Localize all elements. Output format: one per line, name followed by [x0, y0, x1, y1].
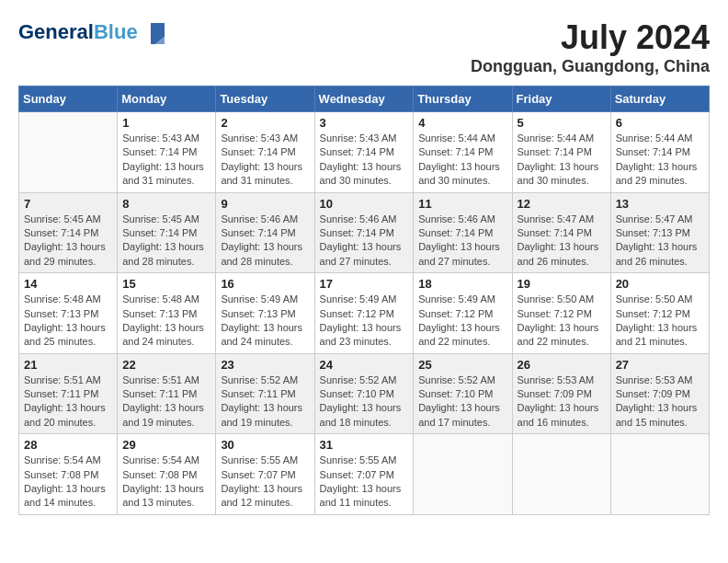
day-number: 7 [24, 197, 112, 211]
calendar-week-row: 7Sunrise: 5:45 AM Sunset: 7:14 PM Daylig… [19, 192, 710, 273]
day-info: Sunrise: 5:45 AM Sunset: 7:14 PM Dayligh… [24, 213, 112, 270]
day-info: Sunrise: 5:49 AM Sunset: 7:12 PM Dayligh… [320, 293, 409, 350]
table-row: 24Sunrise: 5:52 AM Sunset: 7:10 PM Dayli… [314, 353, 414, 434]
table-row: 3Sunrise: 5:43 AM Sunset: 7:14 PM Daylig… [314, 112, 414, 193]
calendar-header-row: Sunday Monday Tuesday Wednesday Thursday… [19, 86, 710, 112]
day-info: Sunrise: 5:43 AM Sunset: 7:14 PM Dayligh… [221, 132, 309, 189]
header: GeneralBlue July 2024 Dongguan, Guangdon… [18, 18, 710, 76]
table-row: 19Sunrise: 5:50 AM Sunset: 7:12 PM Dayli… [512, 273, 610, 354]
day-number: 19 [518, 277, 606, 291]
table-row: 16Sunrise: 5:49 AM Sunset: 7:13 PM Dayli… [216, 273, 314, 354]
day-info: Sunrise: 5:52 AM Sunset: 7:10 PM Dayligh… [418, 373, 506, 431]
day-info: Sunrise: 5:50 AM Sunset: 7:12 PM Dayligh… [616, 293, 704, 350]
table-row: 27Sunrise: 5:53 AM Sunset: 7:09 PM Dayli… [610, 353, 709, 434]
day-info: Sunrise: 5:46 AM Sunset: 7:14 PM Dayligh… [221, 213, 309, 270]
table-row: 9Sunrise: 5:46 AM Sunset: 7:14 PM Daylig… [216, 192, 314, 273]
day-number: 18 [418, 277, 506, 291]
col-monday: Monday [118, 86, 216, 112]
day-number: 25 [418, 358, 506, 372]
day-number: 28 [24, 438, 112, 452]
col-tuesday: Tuesday [216, 86, 314, 112]
col-wednesday: Wednesday [314, 86, 414, 112]
table-row: 13Sunrise: 5:47 AM Sunset: 7:13 PM Dayli… [610, 192, 709, 273]
col-friday: Friday [512, 86, 610, 112]
day-number: 12 [518, 197, 606, 211]
day-info: Sunrise: 5:51 AM Sunset: 7:11 PM Dayligh… [122, 373, 210, 431]
table-row: 5Sunrise: 5:44 AM Sunset: 7:14 PM Daylig… [512, 112, 610, 193]
table-row [610, 434, 709, 515]
day-number: 23 [221, 358, 309, 372]
day-number: 14 [24, 277, 112, 291]
day-info: Sunrise: 5:54 AM Sunset: 7:08 PM Dayligh… [122, 454, 210, 511]
table-row: 17Sunrise: 5:49 AM Sunset: 7:12 PM Dayli… [314, 273, 414, 354]
day-number: 4 [418, 116, 506, 130]
day-number: 8 [122, 197, 210, 211]
calendar-week-row: 21Sunrise: 5:51 AM Sunset: 7:11 PM Dayli… [19, 353, 710, 434]
table-row: 6Sunrise: 5:44 AM Sunset: 7:14 PM Daylig… [610, 112, 709, 193]
day-number: 31 [320, 438, 409, 452]
day-number: 30 [221, 438, 309, 452]
table-row [19, 112, 118, 193]
logo-blue: Blue [94, 20, 138, 43]
location-title: Dongguan, Guangdong, China [471, 57, 710, 76]
table-row: 26Sunrise: 5:53 AM Sunset: 7:09 PM Dayli… [512, 353, 610, 434]
day-info: Sunrise: 5:53 AM Sunset: 7:09 PM Dayligh… [616, 373, 704, 431]
calendar-week-row: 14Sunrise: 5:48 AM Sunset: 7:13 PM Dayli… [19, 273, 710, 354]
table-row: 31Sunrise: 5:55 AM Sunset: 7:07 PM Dayli… [314, 434, 414, 515]
day-number: 15 [122, 277, 210, 291]
day-number: 21 [24, 358, 112, 372]
day-number: 26 [518, 358, 606, 372]
calendar-week-row: 28Sunrise: 5:54 AM Sunset: 7:08 PM Dayli… [19, 434, 710, 515]
day-info: Sunrise: 5:45 AM Sunset: 7:14 PM Dayligh… [122, 213, 210, 270]
day-info: Sunrise: 5:48 AM Sunset: 7:13 PM Dayligh… [122, 293, 210, 350]
table-row: 10Sunrise: 5:46 AM Sunset: 7:14 PM Dayli… [314, 192, 414, 273]
table-row: 8Sunrise: 5:45 AM Sunset: 7:14 PM Daylig… [118, 192, 216, 273]
table-row: 25Sunrise: 5:52 AM Sunset: 7:10 PM Dayli… [414, 353, 512, 434]
day-number: 20 [616, 277, 704, 291]
table-row: 29Sunrise: 5:54 AM Sunset: 7:08 PM Dayli… [118, 434, 216, 515]
table-row: 22Sunrise: 5:51 AM Sunset: 7:11 PM Dayli… [118, 353, 216, 434]
month-title: July 2024 [471, 18, 710, 57]
col-thursday: Thursday [414, 86, 512, 112]
day-number: 17 [320, 277, 409, 291]
table-row: 1Sunrise: 5:43 AM Sunset: 7:14 PM Daylig… [118, 112, 216, 193]
table-row [512, 434, 610, 515]
table-row: 14Sunrise: 5:48 AM Sunset: 7:13 PM Dayli… [19, 273, 118, 354]
calendar-week-row: 1Sunrise: 5:43 AM Sunset: 7:14 PM Daylig… [19, 112, 710, 193]
logo-icon [142, 18, 169, 46]
col-sunday: Sunday [19, 86, 118, 112]
day-info: Sunrise: 5:46 AM Sunset: 7:14 PM Dayligh… [418, 213, 506, 270]
day-number: 22 [122, 358, 210, 372]
day-info: Sunrise: 5:55 AM Sunset: 7:07 PM Dayligh… [320, 454, 409, 511]
table-row: 20Sunrise: 5:50 AM Sunset: 7:12 PM Dayli… [610, 273, 709, 354]
table-row: 15Sunrise: 5:48 AM Sunset: 7:13 PM Dayli… [118, 273, 216, 354]
day-number: 9 [221, 197, 309, 211]
table-row: 2Sunrise: 5:43 AM Sunset: 7:14 PM Daylig… [216, 112, 314, 193]
day-info: Sunrise: 5:49 AM Sunset: 7:12 PM Dayligh… [418, 293, 506, 350]
day-info: Sunrise: 5:44 AM Sunset: 7:14 PM Dayligh… [518, 132, 606, 189]
day-info: Sunrise: 5:43 AM Sunset: 7:14 PM Dayligh… [320, 132, 409, 189]
day-info: Sunrise: 5:52 AM Sunset: 7:10 PM Dayligh… [320, 373, 409, 431]
calendar: Sunday Monday Tuesday Wednesday Thursday… [18, 86, 710, 515]
day-info: Sunrise: 5:53 AM Sunset: 7:09 PM Dayligh… [518, 373, 606, 431]
day-info: Sunrise: 5:44 AM Sunset: 7:14 PM Dayligh… [418, 132, 506, 189]
table-row: 11Sunrise: 5:46 AM Sunset: 7:14 PM Dayli… [414, 192, 512, 273]
day-number: 29 [122, 438, 210, 452]
title-area: July 2024 Dongguan, Guangdong, China [471, 18, 710, 76]
day-number: 13 [616, 197, 704, 211]
day-info: Sunrise: 5:55 AM Sunset: 7:07 PM Dayligh… [221, 454, 309, 511]
day-info: Sunrise: 5:48 AM Sunset: 7:13 PM Dayligh… [24, 293, 112, 350]
day-number: 24 [320, 358, 409, 372]
day-number: 5 [518, 116, 606, 130]
day-info: Sunrise: 5:54 AM Sunset: 7:08 PM Dayligh… [24, 454, 112, 511]
day-info: Sunrise: 5:47 AM Sunset: 7:14 PM Dayligh… [518, 213, 606, 270]
logo-general: General [18, 20, 94, 43]
table-row: 21Sunrise: 5:51 AM Sunset: 7:11 PM Dayli… [19, 353, 118, 434]
day-info: Sunrise: 5:52 AM Sunset: 7:11 PM Dayligh… [221, 373, 309, 431]
day-number: 1 [122, 116, 210, 130]
day-info: Sunrise: 5:43 AM Sunset: 7:14 PM Dayligh… [122, 132, 210, 189]
table-row: 23Sunrise: 5:52 AM Sunset: 7:11 PM Dayli… [216, 353, 314, 434]
day-info: Sunrise: 5:50 AM Sunset: 7:12 PM Dayligh… [518, 293, 606, 350]
table-row: 28Sunrise: 5:54 AM Sunset: 7:08 PM Dayli… [19, 434, 118, 515]
day-info: Sunrise: 5:46 AM Sunset: 7:14 PM Dayligh… [320, 213, 409, 270]
